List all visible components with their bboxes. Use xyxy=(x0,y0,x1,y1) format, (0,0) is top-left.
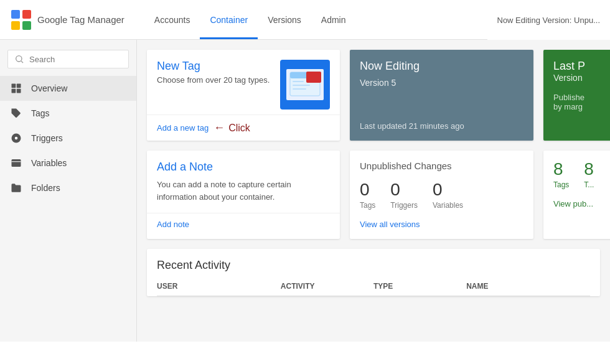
last-published-card: Last P Version Publisheby marg xyxy=(543,50,610,141)
top-navigation: Google Tag Manager Accounts Container Ve… xyxy=(0,0,610,40)
sidebar-item-variables[interactable]: Variables xyxy=(0,151,136,175)
search-box[interactable] xyxy=(7,50,129,68)
col-name: Name xyxy=(466,282,590,291)
editing-value: Unpu... xyxy=(574,16,600,25)
add-note-card-body: Add a Note You can add a note to capture… xyxy=(147,151,340,213)
new-tag-card-top: New Tag Choose from over 20 tag types. xyxy=(147,50,340,114)
view-all-versions-link[interactable]: View all versions xyxy=(360,220,523,229)
now-editing-card: Now Editing Version 5 Last updated 21 mi… xyxy=(350,50,533,141)
trigger-icon xyxy=(10,132,22,144)
now-editing-version: Version 5 xyxy=(360,78,523,88)
last-pub-stat-tags: 8 Tags xyxy=(553,161,569,189)
svg-rect-14 xyxy=(12,159,21,167)
last-pub-stats-row: 8 Tags 8 T... xyxy=(553,161,608,189)
editing-banner: Now Editing Version: Unpu... xyxy=(487,0,611,40)
cards-row-1: New Tag Choose from over 20 tag types. xyxy=(147,50,600,141)
new-tag-desc: Choose from over 20 tag types. xyxy=(157,75,273,85)
search-input[interactable] xyxy=(29,55,122,64)
search-icon xyxy=(14,54,24,64)
now-editing-title: Now Editing xyxy=(360,60,523,73)
stat-variables-label: Variables xyxy=(433,201,463,210)
last-pub-tags-number: 8 xyxy=(553,161,569,178)
new-tag-link-row: Add a new tag ← Click xyxy=(147,114,340,141)
svg-rect-1 xyxy=(11,10,20,19)
stat-triggers: 0 Triggers xyxy=(390,181,418,210)
gtm-logo-icon xyxy=(10,9,32,31)
svg-rect-7 xyxy=(12,84,16,88)
cards-row-2: Add a Note You can add a note to capture… xyxy=(147,151,600,239)
sidebar-item-folders[interactable]: Folders xyxy=(0,175,136,200)
main-nav: Accounts Container Versions Admin xyxy=(144,0,356,39)
sidebar-item-label-variables: Variables xyxy=(31,158,67,168)
last-published-title: Last P xyxy=(553,60,608,73)
sidebar: Overview Tags Triggers Variables Folders xyxy=(0,40,137,342)
unpublished-stats-row: 0 Tags 0 Triggers 0 Variables xyxy=(360,181,523,210)
svg-rect-8 xyxy=(17,84,21,88)
unpublished-title: Unpublished Changes xyxy=(360,161,523,171)
stat-tags-label: Tags xyxy=(360,201,375,210)
add-new-tag-link[interactable]: Add a new tag xyxy=(157,123,209,133)
logo-text: Google Tag Manager xyxy=(37,14,124,25)
main-content: New Tag Choose from over 20 tag types. xyxy=(137,40,610,342)
stat-tags-number: 0 xyxy=(360,181,375,198)
arrow-icon: ← xyxy=(214,121,225,134)
svg-rect-19 xyxy=(293,85,310,86)
last-pub-tags-label: Tags xyxy=(553,180,569,189)
svg-rect-18 xyxy=(293,81,304,82)
svg-rect-9 xyxy=(12,89,16,93)
sidebar-item-tags[interactable]: Tags xyxy=(0,101,136,126)
svg-rect-3 xyxy=(11,21,20,30)
activity-table-header: User Activity Type Name xyxy=(157,282,590,296)
svg-rect-10 xyxy=(17,89,21,93)
view-pub-link[interactable]: View pub... xyxy=(553,199,608,208)
logo-area: Google Tag Manager xyxy=(10,9,124,31)
new-tag-icon-box xyxy=(280,60,330,110)
published-by: Publisheby marg xyxy=(553,93,608,111)
folder-icon xyxy=(10,182,22,194)
nav-accounts[interactable]: Accounts xyxy=(144,0,200,39)
add-note-desc: You can add a note to capture certain in… xyxy=(157,179,330,203)
variable-icon xyxy=(10,157,22,169)
add-note-card: Add a Note You can add a note to capture… xyxy=(147,151,340,239)
new-tag-title: New Tag xyxy=(157,60,273,73)
last-pub-t-label: T... xyxy=(584,180,594,189)
last-published-version: Version xyxy=(553,73,608,83)
sidebar-item-label-overview: Overview xyxy=(31,83,67,93)
svg-rect-2 xyxy=(22,10,31,19)
nav-versions[interactable]: Versions xyxy=(258,0,311,39)
tag-icon xyxy=(10,107,22,119)
stat-triggers-label: Triggers xyxy=(390,201,418,210)
col-activity: Activity xyxy=(281,282,373,291)
editing-label: Now Editing Version: xyxy=(497,16,572,25)
last-published-stats-card: 8 Tags 8 T... View pub... xyxy=(543,151,610,239)
stat-triggers-number: 0 xyxy=(390,181,418,198)
new-tag-card: New Tag Choose from over 20 tag types. xyxy=(147,50,340,141)
nav-admin[interactable]: Admin xyxy=(311,0,356,39)
sidebar-item-triggers[interactable]: Triggers xyxy=(0,126,136,151)
col-type: Type xyxy=(373,282,466,291)
recent-activity-card: Recent Activity User Activity Type Name xyxy=(147,249,600,296)
add-note-link[interactable]: Add note xyxy=(157,220,189,229)
nav-container[interactable]: Container xyxy=(200,0,258,39)
stat-variables: 0 Variables xyxy=(433,181,463,210)
col-user: User xyxy=(157,282,281,291)
svg-point-5 xyxy=(16,56,22,62)
click-label: Click xyxy=(228,123,250,134)
sidebar-item-label-tags: Tags xyxy=(31,108,50,118)
last-pub-stat-t: 8 T... xyxy=(584,161,594,189)
add-note-link-row: Add note xyxy=(147,213,340,235)
stat-tags: 0 Tags xyxy=(360,181,375,210)
svg-rect-20 xyxy=(293,88,306,90)
sidebar-item-label-folders: Folders xyxy=(31,183,60,193)
sidebar-item-overview[interactable]: Overview xyxy=(0,76,136,101)
unpublished-changes-card: Unpublished Changes 0 Tags 0 Triggers 0 … xyxy=(350,151,533,239)
svg-line-6 xyxy=(21,61,23,63)
tag-icon-inner xyxy=(286,69,324,100)
svg-point-13 xyxy=(15,137,18,140)
stat-variables-number: 0 xyxy=(433,181,463,198)
now-editing-updated: Last updated 21 minutes ago xyxy=(360,121,523,131)
main-layout: Overview Tags Triggers Variables Folders xyxy=(0,40,610,342)
arrow-click-area: ← Click xyxy=(214,121,250,134)
last-pub-t-number: 8 xyxy=(584,161,594,178)
sidebar-item-label-triggers: Triggers xyxy=(31,133,63,143)
